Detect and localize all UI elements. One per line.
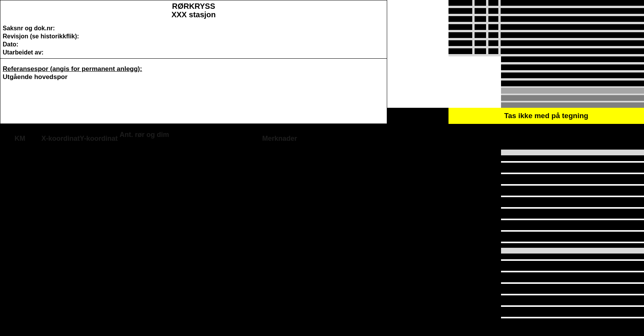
stripe-row <box>449 40 644 46</box>
stripe-gap <box>501 196 644 197</box>
stripe-gap <box>501 242 644 243</box>
stripe-row-grey <box>501 102 644 108</box>
stripe-row <box>449 16 644 22</box>
white-cutout <box>449 56 501 108</box>
page-root: RØRKRYSS XXX stasjon Saksnr og dok.nr: R… <box>0 0 644 336</box>
col-merk: Merknader <box>262 135 297 143</box>
header-labels: Saksnr og dok.nr: Revisjon (se historikk… <box>3 24 384 56</box>
stripe-gap <box>501 219 644 220</box>
stripe-gap <box>501 271 644 272</box>
stripe-row <box>449 48 644 54</box>
referansespor-heading: Referansespor (angis for permanent anleg… <box>3 65 384 73</box>
title-main: RØRKRYSS <box>3 2 384 10</box>
stripe-row <box>501 150 644 155</box>
label-saksnr: Saksnr og dok.nr: <box>3 24 384 32</box>
stripe-row <box>501 72 644 78</box>
title-sub: XXX stasjon <box>3 10 384 19</box>
stripe-gap <box>501 173 644 174</box>
stripe-gap <box>501 230 644 232</box>
stripe-gap <box>501 161 644 163</box>
stripe-row-grey <box>501 88 644 94</box>
stripe-row <box>449 32 644 38</box>
referansespor-block: Referansespor (angis for permanent anleg… <box>0 59 387 124</box>
stripe-row <box>501 81 644 86</box>
stripe-row <box>449 24 644 30</box>
stripe-row <box>449 0 644 6</box>
col-x: X-koordinat <box>41 135 80 143</box>
yellow-bar-text: Tas ikke med på tegning <box>504 112 588 120</box>
stripe-gap <box>501 184 644 186</box>
data-header-row: KM X-koordinat Y-koordinat Ant. rør og d… <box>0 124 644 151</box>
stripe-gap <box>501 305 644 307</box>
label-revisjon: Revisjon (se historikkflik): <box>3 32 384 40</box>
header-block: RØRKRYSS XXX stasjon Saksnr og dok.nr: R… <box>0 0 387 59</box>
stripe-gap <box>501 317 644 318</box>
stripe-gap <box>501 207 644 209</box>
stripe-row <box>501 56 644 62</box>
col-km: KM <box>15 135 25 143</box>
stripe-gap <box>501 259 644 261</box>
top-right-stripes <box>449 0 644 108</box>
stripe-row <box>501 248 644 254</box>
label-utarbeidet: Utarbeidet av: <box>3 48 384 56</box>
stripe-gap <box>501 294 644 295</box>
stripe-row <box>449 8 644 14</box>
white-gap-column <box>387 0 449 108</box>
stripe-gap <box>501 282 644 284</box>
label-dato: Dato: <box>3 40 384 48</box>
yellow-bar: Tas ikke med på tegning <box>449 108 644 124</box>
stripe-row <box>501 64 644 70</box>
lower-right-stripes <box>501 150 644 336</box>
stripe-row-grey <box>501 95 644 101</box>
referansespor-value: Utgående hovedspor <box>3 73 384 81</box>
col-y: Y-koordinat <box>80 135 118 143</box>
col-ant: Ant. rør og dim <box>120 131 169 139</box>
